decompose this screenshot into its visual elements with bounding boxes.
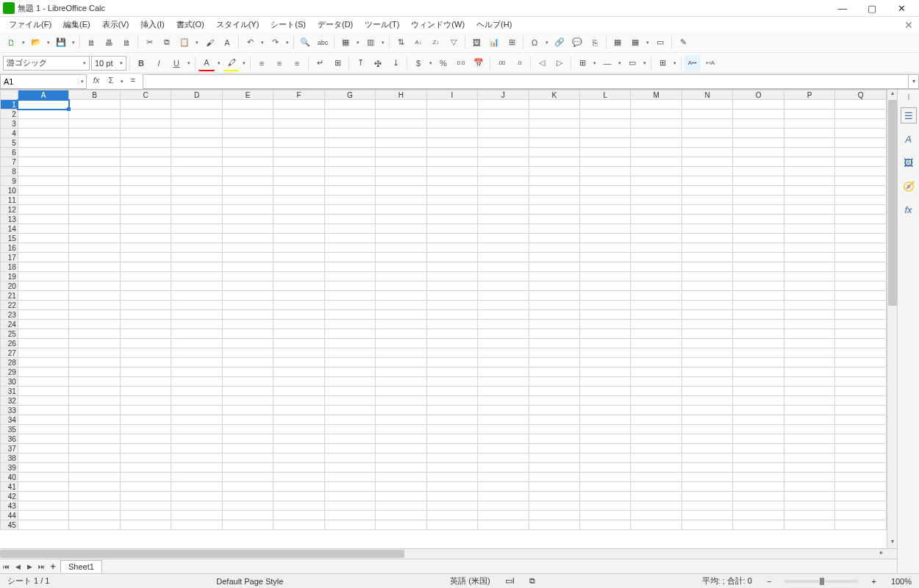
row-header[interactable]: 12 <box>1 205 18 215</box>
cell[interactable] <box>324 167 375 176</box>
row-header[interactable]: 27 <box>1 348 18 358</box>
cell[interactable] <box>529 415 579 425</box>
cell[interactable] <box>222 282 273 291</box>
cell[interactable] <box>324 272 375 282</box>
number-icon[interactable]: 0.0 <box>453 55 469 71</box>
cell[interactable] <box>580 444 631 453</box>
horizontal-scrollbar[interactable]: ▸ <box>0 548 897 559</box>
font-size-combo[interactable]: 10 pt ▾ <box>91 56 126 71</box>
cell[interactable] <box>682 129 732 138</box>
cell[interactable] <box>580 272 631 282</box>
cell[interactable] <box>631 396 682 406</box>
cell[interactable] <box>835 234 887 243</box>
cell[interactable] <box>631 291 682 301</box>
cell[interactable] <box>18 329 68 339</box>
cell[interactable] <box>682 320 732 329</box>
add-decimal-icon[interactable]: .00 <box>493 55 509 71</box>
cell[interactable] <box>18 310 68 320</box>
cell[interactable] <box>478 368 529 377</box>
cell[interactable] <box>171 396 222 406</box>
cell[interactable] <box>478 501 529 511</box>
cell[interactable] <box>631 262 682 272</box>
zoom-slider[interactable] <box>784 580 858 583</box>
cell[interactable] <box>580 434 631 444</box>
minimize-button[interactable]: — <box>828 1 857 15</box>
cell[interactable] <box>324 358 375 368</box>
cell[interactable] <box>784 291 834 301</box>
cell[interactable] <box>273 215 324 224</box>
cell[interactable] <box>69 406 120 415</box>
cell[interactable] <box>426 138 477 148</box>
currency-dropdown[interactable]: ▾ <box>428 55 434 71</box>
cell[interactable] <box>631 205 682 215</box>
cell[interactable] <box>529 262 579 272</box>
cell[interactable] <box>120 358 171 368</box>
menu-insert[interactable]: 挿入(I) <box>135 18 170 32</box>
sheet-tab-1[interactable]: Sheet1 <box>60 560 102 573</box>
cell[interactable] <box>580 387 631 396</box>
cell[interactable] <box>376 224 426 234</box>
col-dropdown[interactable]: ▾ <box>380 35 386 51</box>
cell[interactable] <box>120 262 171 272</box>
cell[interactable] <box>171 262 222 272</box>
cell[interactable] <box>376 110 426 119</box>
cell[interactable] <box>273 176 324 186</box>
name-box[interactable]: ▾ <box>0 74 87 89</box>
tab-next-icon[interactable]: ▶ <box>24 563 35 570</box>
column-header[interactable]: K <box>529 90 579 100</box>
cell[interactable] <box>784 205 834 215</box>
cell[interactable] <box>18 358 68 368</box>
cell[interactable] <box>376 511 426 520</box>
cell[interactable] <box>273 463 324 473</box>
cell[interactable] <box>784 425 834 434</box>
row-header[interactable]: 43 <box>1 501 18 511</box>
cell[interactable] <box>784 138 834 148</box>
cell[interactable] <box>835 262 887 272</box>
cell[interactable] <box>222 434 273 444</box>
cell[interactable] <box>222 387 273 396</box>
cell[interactable] <box>222 196 273 205</box>
cell[interactable] <box>580 243 631 253</box>
cell[interactable] <box>426 253 477 262</box>
cell[interactable] <box>426 453 477 463</box>
find-icon[interactable]: 🔍 <box>297 35 313 51</box>
cell[interactable] <box>273 492 324 501</box>
cell[interactable] <box>580 482 631 492</box>
cell[interactable] <box>631 129 682 138</box>
cell[interactable] <box>171 205 222 215</box>
insert-image-icon[interactable]: 🖼 <box>468 35 484 51</box>
cell[interactable] <box>18 157 68 167</box>
cell[interactable] <box>376 176 426 186</box>
row-header[interactable]: 37 <box>1 444 18 453</box>
cell[interactable] <box>529 148 579 157</box>
split-dropdown[interactable]: ▾ <box>645 35 651 51</box>
row-header[interactable]: 34 <box>1 415 18 425</box>
cell[interactable] <box>18 377 68 387</box>
copy-icon[interactable]: ⧉ <box>159 35 175 51</box>
cell[interactable] <box>376 444 426 453</box>
cell[interactable] <box>222 329 273 339</box>
cell[interactable] <box>682 415 732 425</box>
cell[interactable] <box>733 148 784 157</box>
cell[interactable] <box>835 434 887 444</box>
status-sheet-count[interactable]: シート 1 / 1 <box>3 576 54 587</box>
cell[interactable] <box>324 310 375 320</box>
cell[interactable] <box>222 176 273 186</box>
cell[interactable] <box>324 234 375 243</box>
cell[interactable] <box>529 110 579 119</box>
cell[interactable] <box>682 473 732 482</box>
cell[interactable] <box>171 167 222 176</box>
tab-prev-icon[interactable]: ◀ <box>12 563 24 570</box>
cell[interactable] <box>120 482 171 492</box>
window-icon[interactable]: ▭ <box>652 35 668 51</box>
cell[interactable] <box>324 157 375 167</box>
cell[interactable] <box>324 425 375 434</box>
cell[interactable] <box>171 129 222 138</box>
cell[interactable] <box>426 406 477 415</box>
cell[interactable] <box>426 473 477 482</box>
cell[interactable] <box>478 253 529 262</box>
function-wizard-icon[interactable]: fx <box>90 74 103 87</box>
sort-icon[interactable]: ⇅ <box>393 35 409 51</box>
cell[interactable] <box>273 396 324 406</box>
cell[interactable] <box>682 243 732 253</box>
